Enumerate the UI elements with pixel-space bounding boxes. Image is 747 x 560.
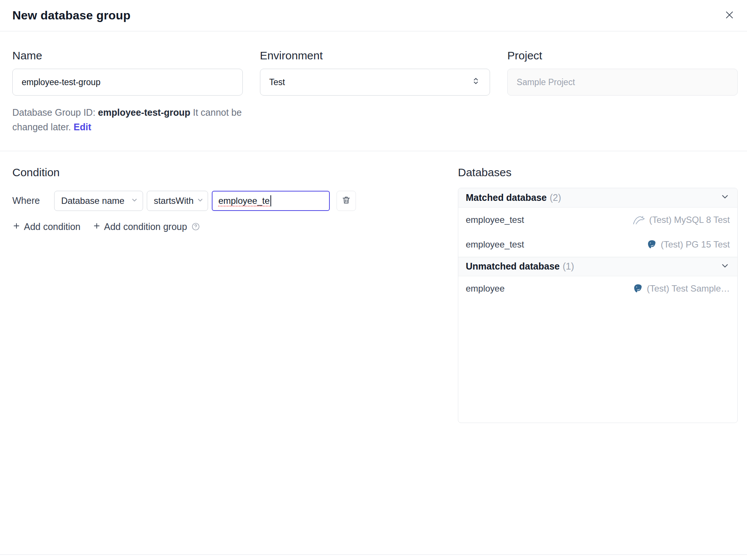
group-id-value: employee-test-group	[98, 107, 190, 118]
plus-icon	[93, 221, 101, 232]
chevron-down-icon	[720, 192, 730, 203]
condition-value-input[interactable]: employee_te	[212, 191, 330, 211]
trash-icon	[341, 195, 351, 206]
dialog-header: New database group	[0, 0, 747, 31]
project-input	[507, 69, 738, 96]
add-condition-group-button[interactable]: Add condition group	[93, 221, 200, 232]
condition-section: Condition Where Database name startsWith…	[12, 166, 458, 423]
condition-operator-select[interactable]: startsWith	[147, 191, 208, 211]
instance-label: (Test) PG 15 Test	[661, 239, 730, 250]
database-row: employee_test (Test) MySQL 8 Test	[458, 208, 737, 232]
footer-divider	[0, 554, 747, 555]
main-content: Condition Where Database name startsWith…	[0, 166, 747, 423]
up-down-chevrons-icon	[471, 76, 481, 88]
instance-label: (Test) MySQL 8 Test	[649, 215, 730, 225]
database-instance: (Test) MySQL 8 Test	[633, 215, 730, 225]
environment-select[interactable]: Test	[260, 69, 490, 96]
add-condition-button[interactable]: Add condition	[12, 221, 81, 232]
unmatched-database-title: Unmatched database(1)	[466, 261, 574, 272]
condition-operator-value: startsWith	[154, 196, 194, 206]
name-field-group: Name	[12, 49, 243, 96]
add-condition-group-label: Add condition group	[104, 221, 187, 232]
postgres-icon	[633, 283, 643, 294]
condition-heading: Condition	[12, 166, 458, 179]
databases-section: Databases Matched database(2) employee_t…	[458, 166, 738, 423]
name-label: Name	[12, 49, 243, 62]
condition-row: Where Database name startsWith employee_…	[12, 191, 458, 211]
chevron-down-icon	[196, 196, 204, 206]
chevron-down-icon	[720, 261, 730, 272]
mysql-icon	[633, 215, 645, 225]
databases-heading: Databases	[458, 166, 738, 179]
condition-actions: Add condition Add condition group	[12, 221, 458, 232]
environment-value: Test	[269, 77, 285, 87]
condition-field-select[interactable]: Database name	[54, 191, 143, 211]
database-row: employee_test (Test) PG 15 Test	[458, 232, 737, 257]
instance-label: (Test) Test Sample…	[647, 283, 730, 294]
chevron-down-icon	[131, 196, 138, 206]
unmatched-database-count: (1)	[562, 261, 574, 271]
delete-condition-button[interactable]	[337, 191, 356, 211]
where-label: Where	[12, 195, 40, 206]
dialog-title: New database group	[12, 9, 131, 22]
condition-value-text: employee_te	[218, 196, 270, 206]
plus-icon	[12, 221, 21, 232]
close-button[interactable]	[722, 7, 737, 24]
database-instance: (Test) PG 15 Test	[647, 239, 730, 250]
help-icon[interactable]	[191, 222, 200, 231]
project-label: Project	[507, 49, 738, 62]
environment-field-group: Environment Test	[260, 49, 490, 96]
database-name: employee_test	[466, 215, 524, 225]
condition-field-value: Database name	[61, 196, 124, 206]
section-divider	[0, 151, 747, 151]
edit-group-id-link[interactable]: Edit	[74, 122, 91, 132]
matched-database-label: Matched database	[466, 192, 547, 203]
add-condition-label: Add condition	[24, 221, 81, 232]
matched-database-count: (2)	[550, 192, 561, 203]
project-field-group: Project	[507, 49, 738, 96]
form-section: Name Environment Test Project	[0, 31, 747, 96]
database-instance: (Test) Test Sample…	[633, 283, 730, 294]
databases-panel: Matched database(2) employee_test (Test)…	[458, 188, 738, 423]
text-caret	[270, 195, 271, 206]
matched-database-header[interactable]: Matched database(2)	[458, 188, 737, 208]
database-name: employee_test	[466, 239, 524, 250]
database-row: employee (Test) Test Sample…	[458, 276, 737, 301]
database-name: employee	[466, 283, 505, 294]
postgres-icon	[647, 239, 657, 250]
close-icon	[724, 9, 735, 22]
name-input[interactable]	[12, 69, 243, 96]
group-id-prefix: Database Group ID:	[12, 107, 98, 118]
unmatched-database-header[interactable]: Unmatched database(1)	[458, 257, 737, 276]
matched-database-title: Matched database(2)	[466, 192, 561, 203]
environment-label: Environment	[260, 49, 490, 62]
unmatched-database-label: Unmatched database	[466, 261, 560, 271]
group-id-note: Database Group ID: employee-test-group I…	[12, 105, 248, 134]
